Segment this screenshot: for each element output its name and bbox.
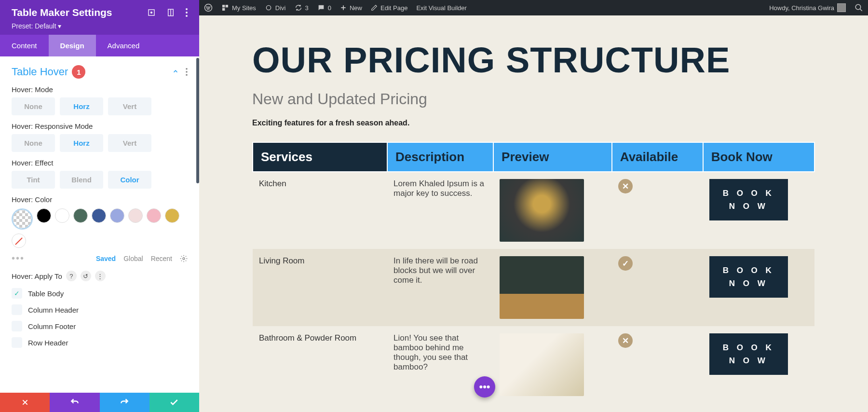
howdy-link[interactable]: Howdy, Christina Gwira — [769, 3, 846, 12]
check-icon: ✓ — [618, 256, 633, 271]
table-header-cell: Services — [253, 142, 387, 172]
apply-checkbox-row[interactable]: Row Header — [12, 334, 188, 351]
reset-icon[interactable]: ↺ — [81, 271, 91, 281]
checkbox-label: Table Body — [28, 289, 64, 298]
close-icon: ✕ — [618, 179, 633, 193]
service-cell: Living Room — [253, 249, 387, 326]
svg-point-1 — [151, 12, 152, 14]
swatch-green[interactable] — [73, 208, 88, 223]
hover-resp-none[interactable]: None — [12, 134, 55, 152]
description-cell: In life there will be road blocks but we… — [387, 249, 493, 326]
svg-rect-14 — [222, 5, 225, 7]
hover-resp-horz[interactable]: Horz — [60, 134, 103, 152]
hover-effect-tint[interactable]: Tint — [12, 171, 55, 189]
save-button[interactable] — [149, 393, 199, 412]
expand-icon[interactable] — [147, 8, 156, 17]
palette-settings-icon[interactable] — [180, 255, 188, 262]
comments-link[interactable]: 0 — [317, 4, 331, 12]
swatch-white[interactable] — [55, 208, 69, 223]
edit-page-link[interactable]: Edit Page — [371, 4, 407, 12]
swatch-blush[interactable] — [128, 208, 143, 223]
preview-cell — [493, 249, 612, 326]
exit-builder-link[interactable]: Exit Visual Builder — [416, 4, 467, 12]
hover-effect-blend[interactable]: Blend — [60, 171, 103, 189]
my-sites-link[interactable]: My Sites — [221, 4, 256, 12]
tab-content[interactable]: Content — [0, 35, 49, 56]
hover-mode-horz[interactable]: Horz — [60, 97, 103, 115]
book-now-button[interactable]: B O O KN O W — [709, 256, 788, 298]
responsive-icon[interactable] — [166, 8, 175, 17]
palette-recent[interactable]: Recent — [151, 255, 172, 262]
palette-saved[interactable]: Saved — [96, 255, 116, 262]
book-now-button[interactable]: B O O KN O W — [709, 179, 788, 220]
preview-cell — [493, 172, 612, 249]
settings-panel: Table Maker Settings Preset: Default ▾ C… — [0, 0, 199, 412]
checkbox-icon: ✓ — [12, 288, 22, 299]
hover-mode-none[interactable]: None — [12, 97, 55, 115]
checkbox-label: Row Header — [28, 339, 68, 347]
svg-line-21 — [860, 9, 862, 11]
hover-responsive-label: Hover: Responsive Mode — [12, 122, 188, 130]
page-subtitle: New and Updated Pricing — [252, 90, 815, 108]
swatch-lavender[interactable] — [110, 208, 124, 223]
apply-checkbox-row[interactable]: Column Header — [12, 302, 188, 318]
panel-body: Table Hover 1 Hover: Mode None Horz Vert… — [0, 56, 199, 393]
book-cell: B O O KN O W — [703, 249, 814, 326]
undo-button[interactable] — [50, 393, 99, 412]
table-header-cell: Book Now — [703, 142, 814, 172]
hover-effect-color[interactable]: Color — [108, 171, 151, 189]
preview-image — [500, 333, 584, 396]
table-header-cell: Description — [387, 142, 493, 172]
swatch-transparent[interactable] — [12, 208, 33, 230]
more-swatches-icon[interactable]: ••• — [12, 253, 25, 264]
apply-checkbox-row[interactable]: Column Footer — [12, 318, 188, 334]
close-icon: ✕ — [618, 333, 633, 348]
book-cell: B O O KN O W — [703, 172, 814, 249]
field-more-icon[interactable]: ⋮ — [95, 271, 106, 281]
new-link[interactable]: New — [340, 4, 362, 12]
settings-tabs: Content Design Advanced — [0, 35, 199, 56]
hover-resp-vert[interactable]: Vert — [108, 134, 151, 152]
swatch-pink[interactable] — [147, 208, 161, 223]
service-cell: Kitchen — [253, 172, 387, 249]
preset-selector[interactable]: Preset: Default ▾ — [12, 22, 188, 30]
checkbox-icon — [12, 321, 22, 331]
redo-button[interactable] — [100, 393, 149, 412]
updates-link[interactable]: 3 — [295, 4, 309, 12]
page-title: OUR PRICING STRUCTURE — [252, 40, 815, 81]
annotation-badge: 1 — [72, 65, 85, 79]
swatch-black[interactable] — [37, 208, 51, 223]
tab-design[interactable]: Design — [49, 35, 96, 56]
module-options-fab[interactable]: ••• — [474, 376, 495, 398]
swatch-blue[interactable] — [92, 208, 106, 223]
hover-mode-vert[interactable]: Vert — [108, 97, 151, 115]
tab-advanced[interactable]: Advanced — [96, 35, 151, 56]
palette-global[interactable]: Global — [123, 255, 143, 262]
section-more-icon[interactable] — [186, 68, 188, 76]
wp-logo-icon[interactable] — [204, 3, 213, 12]
more-icon[interactable] — [186, 8, 188, 17]
panel-footer — [0, 393, 199, 412]
hover-color-label: Hover: Color — [12, 195, 188, 204]
book-now-button[interactable]: B O O KN O W — [709, 333, 788, 375]
table-header-cell: Preview — [493, 142, 612, 172]
site-link[interactable]: Divi — [265, 4, 286, 12]
checkbox-icon — [12, 304, 22, 315]
cancel-button[interactable] — [0, 393, 50, 412]
swatch-none[interactable] — [12, 233, 26, 248]
table-row: Living Room In life there will be road b… — [253, 249, 814, 326]
checkbox-icon — [12, 337, 22, 348]
book-cell: B O O KN O W — [703, 326, 814, 403]
swatch-gold[interactable] — [165, 208, 179, 223]
svg-point-6 — [186, 15, 188, 17]
available-cell: ✕ — [612, 326, 703, 403]
svg-point-17 — [266, 5, 271, 10]
apply-checkbox-row[interactable]: ✓Table Body — [12, 285, 188, 302]
collapse-icon[interactable] — [172, 68, 179, 76]
help-icon[interactable]: ? — [66, 271, 77, 281]
preview-image — [500, 256, 584, 319]
main-area: My Sites Divi 3 0 New Edit Page Exit Vis… — [199, 0, 868, 412]
search-icon[interactable] — [854, 3, 863, 12]
page-description: Exciting features for a fresh season ahe… — [252, 119, 815, 127]
preview-cell — [493, 326, 612, 403]
